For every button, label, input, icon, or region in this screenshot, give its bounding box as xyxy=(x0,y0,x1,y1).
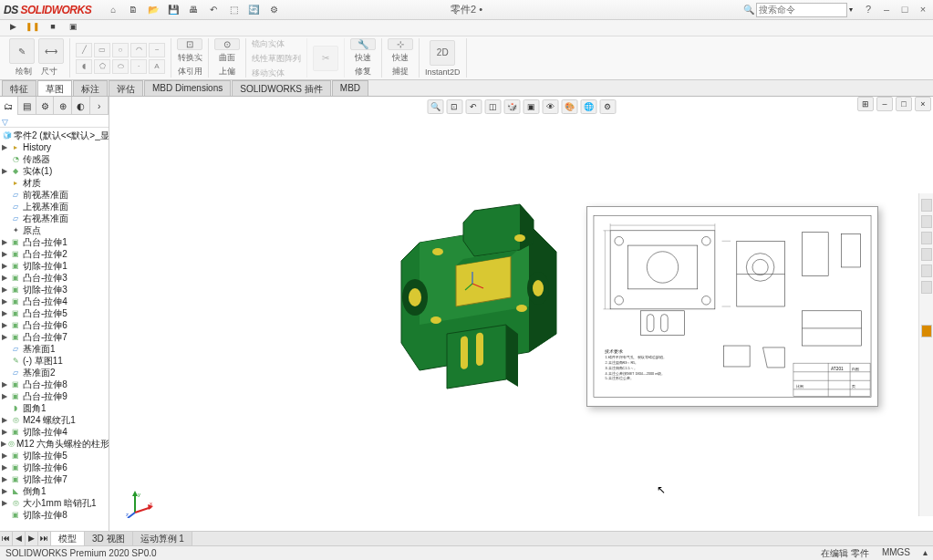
dimxpert-tab[interactable]: ⊕ xyxy=(54,97,72,115)
tree-item[interactable]: ▱基准面2 xyxy=(1,367,108,379)
expand-icon[interactable]: ▶ xyxy=(1,392,8,400)
ellipse-icon[interactable]: ⬭ xyxy=(112,59,129,74)
3d-model[interactable] xyxy=(383,188,584,407)
edit-appearance-icon[interactable]: 🎨 xyxy=(561,99,577,114)
task-forum-icon[interactable] xyxy=(921,325,932,337)
record-icon[interactable]: ▣ xyxy=(66,22,80,35)
vp-split-icon[interactable]: ⊞ xyxy=(857,97,874,111)
expand-icon[interactable]: ▶ xyxy=(1,428,8,436)
display-tab[interactable]: ◐ xyxy=(72,97,90,115)
snap-button[interactable]: ⊹ xyxy=(388,38,413,50)
stop-button[interactable]: ■ xyxy=(46,22,60,35)
tree-item[interactable]: ▶▣切除-拉伸3 xyxy=(1,284,108,296)
feature-tree[interactable]: 🧊 零件2 (默认<<默认>_显示...) ▶▸History◔传感器▶◆实体(… xyxy=(0,128,109,545)
tree-item[interactable]: ▶◣倒角1 xyxy=(1,485,108,497)
select-icon[interactable]: ⬚ xyxy=(226,3,241,17)
circle-icon[interactable]: ○ xyxy=(112,43,129,57)
trim-icon[interactable]: ✂ xyxy=(313,46,338,71)
expand-icon[interactable]: ▶ xyxy=(1,250,8,258)
bottom-tab-1[interactable]: 3D 视图 xyxy=(85,532,133,545)
tree-root[interactable]: 🧊 零件2 (默认<<默认>_显示...) xyxy=(1,130,108,141)
command-tab-1[interactable]: 草图 xyxy=(37,80,72,96)
slot-icon[interactable]: ◖ xyxy=(76,59,92,74)
command-tab-2[interactable]: 标注 xyxy=(73,80,108,96)
task-resources-icon[interactable] xyxy=(921,199,932,212)
apply-scene-icon[interactable]: 🌐 xyxy=(580,99,596,114)
command-tab-5[interactable]: SOLIDWORKS 插件 xyxy=(232,80,331,96)
expand-icon[interactable]: ▶ xyxy=(1,297,8,306)
line-icon[interactable]: ╱ xyxy=(76,43,92,57)
task-appearances-icon[interactable] xyxy=(921,264,932,277)
new-icon[interactable]: 🗎 xyxy=(126,3,140,17)
expand-icon[interactable]: ▶ xyxy=(1,321,8,329)
status-units[interactable]: MMGS xyxy=(882,547,910,560)
bottom-tab-0[interactable]: 模型 xyxy=(51,532,85,545)
command-tab-3[interactable]: 评估 xyxy=(109,80,143,96)
view-settings-icon[interactable]: ⚙ xyxy=(599,99,616,114)
tree-item[interactable]: ▶▣切除-拉伸7 xyxy=(1,473,108,485)
tree-item[interactable]: ▶◆实体(1) xyxy=(1,165,108,177)
close-button[interactable]: × xyxy=(917,4,929,16)
play-button[interactable]: ▶ xyxy=(5,22,20,35)
task-design-library-icon[interactable] xyxy=(921,215,932,228)
vp-min-icon[interactable]: – xyxy=(876,97,893,111)
tree-item[interactable]: ✦原点 xyxy=(1,224,108,236)
btab-prev-icon[interactable]: ◀ xyxy=(13,532,26,545)
expand-icon[interactable]: ▶ xyxy=(1,262,8,270)
command-tab-6[interactable]: MBD xyxy=(332,80,368,96)
tree-item[interactable]: ▱上视基准面 xyxy=(1,201,108,213)
tree-item[interactable]: ▶▣凸台-拉伸9 xyxy=(1,390,108,402)
feature-tree-tab[interactable]: 🗂 xyxy=(0,97,18,115)
smart-dimension-button[interactable]: ⟷ xyxy=(38,38,64,64)
arc-icon[interactable]: ◠ xyxy=(130,43,147,57)
vp-close-icon[interactable]: × xyxy=(915,97,931,111)
tree-item[interactable]: ▶▸History xyxy=(1,141,108,153)
help-button[interactable]: ? xyxy=(862,4,875,16)
expand-icon[interactable]: ▶ xyxy=(1,238,8,246)
tree-item[interactable]: ▸材质 xyxy=(1,177,108,189)
graphics-viewport[interactable]: 🔍 ⊡ ↶ ◫ 🎲 ▣ 👁 🎨 🌐 ⚙ ⊞ – □ × xyxy=(109,97,933,545)
text-icon[interactable]: A xyxy=(149,59,165,74)
convert-entities-button[interactable]: ⊡ xyxy=(177,38,202,50)
filter-icon[interactable]: ▽ xyxy=(2,118,8,127)
view-orientation-icon[interactable]: 🎲 xyxy=(503,99,520,114)
expand-icon[interactable]: ▶ xyxy=(1,309,8,317)
status-expand-icon[interactable]: ▴ xyxy=(923,547,928,560)
tree-item[interactable]: ▶▣凸台-拉伸7 xyxy=(1,331,108,343)
bottom-tab-2[interactable]: 运动算例 1 xyxy=(133,532,192,545)
expand-icon[interactable]: ▶ xyxy=(1,274,8,282)
expand-icon[interactable]: ▶ xyxy=(1,499,8,507)
hide-show-icon[interactable]: 👁 xyxy=(542,99,558,114)
expand-icon[interactable]: ▶ xyxy=(1,463,8,472)
options-icon[interactable]: ⚙ xyxy=(266,3,281,17)
offset-button[interactable]: ⊙ xyxy=(214,38,240,50)
view-orientation-triad[interactable]: y x z xyxy=(126,489,155,518)
spline-icon[interactable]: ~ xyxy=(149,43,165,57)
task-custom-props-icon[interactable] xyxy=(921,281,932,294)
tree-item[interactable]: ▶▣凸台-拉伸6 xyxy=(1,319,108,331)
tree-item[interactable]: ▶▣切除-拉伸5 xyxy=(1,450,108,461)
expand-icon[interactable]: ▶ xyxy=(1,440,6,448)
expand-icon[interactable]: ▶ xyxy=(1,333,8,341)
drawing-sheet-overlay[interactable]: 技术要求 1.铸件不得有气孔、裂纹等铸造缺陷。 2.未注圆角R3～R5。 3.未… xyxy=(586,206,878,407)
search-dropdown-icon[interactable]: ▾ xyxy=(849,5,853,14)
tree-item[interactable]: ▶▣凸台-拉伸3 xyxy=(1,272,108,284)
expand-icon[interactable]: ▶ xyxy=(1,143,8,151)
config-tab[interactable]: ⚙ xyxy=(36,97,55,115)
open-icon[interactable]: 📂 xyxy=(146,3,161,17)
expand-icon[interactable]: ▶ xyxy=(1,416,8,424)
tree-item[interactable]: ◗圆角1 xyxy=(1,402,108,414)
tree-item[interactable]: ▱右视基准面 xyxy=(1,213,108,224)
undo-icon[interactable]: ↶ xyxy=(206,3,221,17)
maximize-button[interactable]: □ xyxy=(898,4,911,16)
instant2d-button[interactable]: 2D xyxy=(430,40,455,66)
tree-item[interactable]: ▶◎M24 螺纹孔1 xyxy=(1,414,108,426)
tree-item[interactable]: ▶▣切除-拉伸1 xyxy=(1,260,108,272)
home-icon[interactable]: ⌂ xyxy=(106,3,120,17)
repair-button[interactable]: 🔧 xyxy=(350,38,376,50)
point-icon[interactable]: · xyxy=(130,59,147,74)
tree-item[interactable]: ▶▣凸台-拉伸5 xyxy=(1,307,108,319)
minimize-button[interactable]: – xyxy=(880,4,893,16)
tree-item[interactable]: ▱前视基准面 xyxy=(1,189,108,201)
tree-item[interactable]: ▶▣切除-拉伸4 xyxy=(1,426,108,438)
